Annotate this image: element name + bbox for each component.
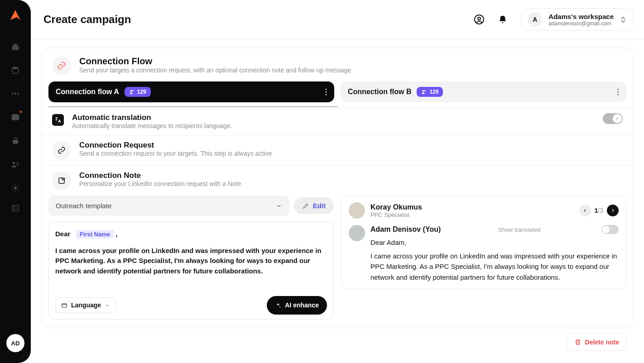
workspace-name: Adams's workspace xyxy=(548,13,614,20)
edit-label: Edit xyxy=(313,202,326,210)
section-title: Connection Note xyxy=(79,171,243,180)
svg-rect-19 xyxy=(59,178,64,183)
section-title: Connection Request xyxy=(79,141,272,150)
bell-icon[interactable] xyxy=(497,14,508,25)
pager-next-button[interactable] xyxy=(607,205,619,216)
svg-point-9 xyxy=(130,90,132,92)
tab-count-badge: 129 xyxy=(125,87,151,97)
note-icon xyxy=(52,171,71,190)
svg-point-13 xyxy=(325,94,327,95)
chevron-right-icon xyxy=(610,208,615,213)
ai-enhance-label: AI enhance xyxy=(285,301,319,310)
pencil-icon xyxy=(302,202,309,210)
svg-point-17 xyxy=(617,91,619,92)
svg-point-1 xyxy=(14,93,16,94)
link-icon xyxy=(52,141,71,160)
flow-subtitle: Send your targets a connection request, … xyxy=(79,67,351,74)
help-icon[interactable] xyxy=(474,14,485,25)
tab-menu-icon[interactable] xyxy=(617,88,619,96)
nav-lock[interactable] xyxy=(8,133,23,148)
svg-rect-3 xyxy=(13,140,18,143)
svg-point-8 xyxy=(478,17,481,20)
chevron-down-icon xyxy=(276,203,282,209)
nav-home[interactable] xyxy=(8,39,23,54)
toggle-knob xyxy=(613,114,622,123)
link-icon xyxy=(52,56,71,75)
user-avatar[interactable]: AD xyxy=(6,334,24,352)
tab-connection-flow-a[interactable]: Connection flow A 129 xyxy=(48,81,334,102)
sparkle-icon xyxy=(275,302,281,309)
svg-point-4 xyxy=(13,162,15,164)
nav-contacts[interactable] xyxy=(8,157,23,172)
contact-role: PPC Specialist xyxy=(370,211,422,218)
svg-point-5 xyxy=(14,187,17,189)
chevron-updown-icon xyxy=(620,17,626,23)
ai-enhance-button[interactable]: AI enhance xyxy=(267,296,327,315)
language-label: Language xyxy=(71,301,101,310)
section-desc: Send a connection request to your target… xyxy=(79,150,272,157)
note-editor[interactable]: Dear First Name , I came across your pro… xyxy=(48,221,334,320)
notification-dot-icon xyxy=(19,110,22,113)
pager-position: 1/3 xyxy=(595,207,603,214)
flow-card: Connection Flow Send your targets a conn… xyxy=(42,48,633,328)
sidebar: AD xyxy=(0,0,31,363)
nav-inbox[interactable] xyxy=(8,110,23,125)
template-select[interactable]: Outreach template xyxy=(48,196,289,216)
editor-body[interactable]: Dear First Name , I came across your pro… xyxy=(55,229,327,288)
main: Create campaign A Adams's workspace adam… xyxy=(31,0,644,363)
template-select-label: Outreach template xyxy=(56,202,111,210)
auto-translate-toggle[interactable] xyxy=(603,113,623,124)
section-desc: Automatically translate messages to reci… xyxy=(72,122,232,129)
topbar: Create campaign A Adams's workspace adam… xyxy=(31,0,644,39)
delete-note-button[interactable]: Delete note xyxy=(567,334,627,351)
tab-connection-flow-b[interactable]: Connection flow B 129 xyxy=(341,81,626,102)
greeting-prefix: Dear xyxy=(55,230,70,238)
auto-translate-row: Automatic translation Automatically tran… xyxy=(42,107,633,135)
chevron-left-icon xyxy=(583,208,587,213)
nav-database[interactable] xyxy=(8,62,23,78)
svg-rect-6 xyxy=(12,205,19,211)
preview-greeting: Dear Adam, xyxy=(370,239,619,246)
tab-label: Connection flow B xyxy=(348,88,411,96)
sidebar-expand-icon[interactable] xyxy=(11,204,20,213)
nav-broadcast[interactable] xyxy=(8,86,23,101)
svg-point-18 xyxy=(617,94,619,95)
section-title: Automatic translation xyxy=(72,113,232,122)
globe-icon xyxy=(61,302,67,309)
svg-point-12 xyxy=(325,91,327,92)
pager-prev-button[interactable] xyxy=(579,205,591,216)
workspace-avatar: A xyxy=(528,12,542,27)
contact-avatar xyxy=(349,202,365,219)
show-translated-label: Show translated xyxy=(498,226,540,233)
nav-settings[interactable] xyxy=(8,180,23,196)
toggle-knob xyxy=(602,226,610,233)
svg-rect-20 xyxy=(62,303,67,307)
svg-point-15 xyxy=(424,90,426,91)
show-translated-toggle[interactable] xyxy=(601,225,619,234)
language-select[interactable]: Language xyxy=(55,297,116,313)
variable-chip-firstname[interactable]: First Name xyxy=(76,230,114,239)
workspace-email: adamdenisov@gmail.com xyxy=(548,20,614,27)
svg-point-10 xyxy=(132,90,134,91)
tab-menu-icon[interactable] xyxy=(325,88,327,96)
svg-point-14 xyxy=(423,90,424,92)
svg-point-11 xyxy=(325,88,327,90)
trash-icon xyxy=(574,339,582,346)
svg-point-0 xyxy=(12,67,18,69)
chevron-down-icon xyxy=(105,303,110,308)
tab-count-badge: 129 xyxy=(417,87,443,97)
delete-note-label: Delete note xyxy=(585,339,619,346)
translate-icon xyxy=(52,114,64,126)
flow-title: Connection Flow xyxy=(79,56,351,67)
svg-point-16 xyxy=(617,88,619,90)
edit-template-button[interactable]: Edit xyxy=(294,197,334,214)
section-desc: Personalize your LinkedIn connection req… xyxy=(79,180,243,187)
preview-body: I came across your profile on LinkedIn a… xyxy=(370,251,619,282)
contact-name: Koray Okumus xyxy=(370,203,422,211)
workspace-selector[interactable]: A Adams's workspace adamdenisov@gmail.co… xyxy=(521,8,633,31)
connection-note-row: Connection Note Personalize your LinkedI… xyxy=(42,165,633,196)
app-logo xyxy=(9,8,22,22)
preview-panel: Koray Okumus PPC Specialist 1/3 xyxy=(341,196,626,289)
connection-request-row: Connection Request Send a connection req… xyxy=(42,135,633,165)
author-name: Adam Denisov (You) xyxy=(370,225,441,234)
